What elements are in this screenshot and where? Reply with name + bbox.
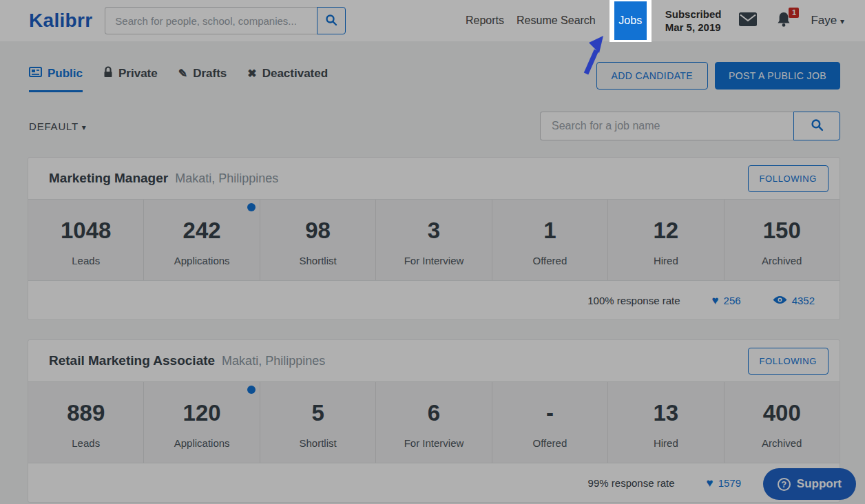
kalibrr-logo[interactable]: Kalibrr [29,10,92,32]
user-name: Faye [811,14,837,27]
stat-value: 98 [260,219,375,242]
following-button[interactable]: FOLLOWING [748,165,828,192]
sort-dropdown[interactable]: DEFAULT ▾ [29,120,87,132]
stat-applications[interactable]: 120 Applications [144,382,260,463]
nav-link-resume-search[interactable]: Resume Search [517,14,596,27]
job-card-footer: 100% response rate ♥ 256 4352 [28,281,840,319]
post-public-job-button[interactable]: POST A PUBLIC JOB [715,62,840,90]
sort-label: DEFAULT [29,120,79,132]
job-location: Makati, Philippines [175,171,278,186]
stat-applications[interactable]: 242 Applications [144,200,260,280]
stat-label: Applications [144,255,259,266]
eye-icon [773,295,787,306]
stat-archived[interactable]: 400 Archived [725,382,840,463]
lock-icon [103,66,113,81]
job-title[interactable]: Marketing Manager [49,171,168,186]
stat-archived[interactable]: 150 Archived [725,200,840,280]
job-search-input[interactable] [540,112,793,140]
stat-offered[interactable]: 1 Offered [492,200,608,280]
tab-deactivated-label: Deactivated [262,67,328,81]
job-search-button[interactable] [793,112,840,140]
add-candidate-button[interactable]: ADD CANDIDATE [596,62,709,90]
support-button[interactable]: ? Support [763,468,856,500]
pipeline-stats: 889 Leads 120 Applications 5 Shortlist 6… [28,381,840,463]
search-icon [811,118,824,134]
stat-label: For Interview [376,255,491,266]
job-card-header: Retail Marketing Associate Makati, Phili… [28,340,840,381]
pencil-icon: ✎ [178,67,187,80]
stat-hired[interactable]: 12 Hired [608,200,724,280]
new-applications-dot [247,386,256,394]
navbar: Kalibrr Reports Resume Search Jobs Subsc… [0,0,865,41]
new-applications-dot [247,203,256,211]
stat-hired[interactable]: 13 Hired [608,382,724,463]
job-title[interactable]: Retail Marketing Associate [49,353,215,368]
caret-down-icon: ▾ [840,17,844,26]
stat-value: 242 [144,219,259,242]
stat-label: Archived [725,255,840,266]
job-card-footer: 99% response rate ♥ 1579 [28,463,840,502]
heart-icon: ♥ [707,477,713,489]
x-icon: ✖ [247,67,256,80]
stat-value: 6 [376,401,491,425]
notifications-button[interactable]: 1 [776,12,791,30]
mail-icon [739,12,757,29]
tab-private-label: Private [118,67,158,81]
stat-value: 12 [608,219,723,242]
stat-value: 13 [608,401,723,425]
subscription-status-line: Subscribed [665,8,722,21]
nav-link-reports[interactable]: Reports [466,14,504,27]
support-label: Support [797,477,842,491]
likes-metric: ♥ 256 [712,295,741,306]
likes-count: 1579 [718,477,741,489]
stat-for-interview[interactable]: 6 For Interview [376,382,492,463]
job-visibility-tabs: Public Private ✎ Drafts ✖ Deactivated [29,66,328,92]
tab-drafts-label: Drafts [193,67,227,81]
tab-deactivated[interactable]: ✖ Deactivated [247,66,328,92]
search-icon [325,14,337,28]
following-button[interactable]: FOLLOWING [748,348,828,375]
stat-offered[interactable]: - Offered [492,382,608,463]
global-search-input[interactable] [105,7,317,34]
notification-badge: 1 [789,8,799,18]
stat-label: Hired [608,437,723,449]
nav-link-jobs[interactable]: Jobs [614,1,647,40]
stat-value: 3 [376,219,491,242]
tab-public[interactable]: Public [29,66,83,92]
views-metric: 4352 [773,295,815,306]
likes-metric: ♥ 1579 [707,477,741,489]
stat-label: Hired [608,255,723,266]
messages-button[interactable] [739,12,757,29]
stat-label: For Interview [376,437,491,449]
stat-label: Applications [144,437,259,449]
stat-for-interview[interactable]: 3 For Interview [376,200,492,280]
job-card: Retail Marketing Associate Makati, Phili… [28,339,840,503]
newspaper-icon [29,67,42,80]
stat-value: 150 [725,219,840,242]
stat-label: Archived [725,437,840,449]
job-search [540,112,840,140]
job-actions: ADD CANDIDATE POST A PUBLIC JOB [596,62,840,90]
stat-value: - [492,401,607,425]
stat-value: 5 [260,401,375,425]
subscription-date: Mar 5, 2019 [665,21,722,34]
stat-label: Shortlist [260,437,375,449]
tab-public-label: Public [48,67,83,81]
jobs-tutorial-spotlight: Jobs [609,0,652,42]
stat-shortlist[interactable]: 5 Shortlist [260,382,376,463]
filter-row: DEFAULT ▾ [0,96,865,157]
stat-leads[interactable]: 1048 Leads [28,200,144,280]
stat-label: Leads [28,437,143,449]
subscription-status: Subscribed Mar 5, 2019 [665,8,722,34]
likes-count: 256 [724,295,741,306]
tab-private[interactable]: Private [103,66,158,92]
caret-down-icon: ▾ [82,123,87,132]
stat-value: 120 [144,401,259,425]
stat-shortlist[interactable]: 98 Shortlist [260,200,376,280]
tab-drafts[interactable]: ✎ Drafts [178,66,227,92]
stat-value: 1 [492,219,607,242]
user-menu[interactable]: Faye ▾ [811,14,844,28]
stat-value: 1048 [28,219,143,242]
global-search-button[interactable] [317,7,346,34]
stat-leads[interactable]: 889 Leads [28,382,144,463]
